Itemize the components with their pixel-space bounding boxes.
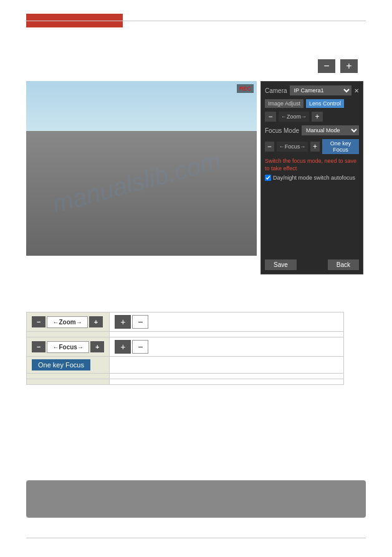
top-buttons: − + [318,59,358,73]
save-button[interactable]: Save [265,259,297,270]
panel-footer: Save Back [265,259,359,270]
camera-dropdown[interactable]: IP Camera1 [290,85,351,95]
zoom-bar-container: − ←Zoom→ + [32,316,103,328]
autofocus-row: Day/night mode switch autofocus [265,175,359,181]
table-cell-desc: + − [110,312,344,332]
zoom-row: − ←Zoom→ + [265,112,359,122]
note-box [26,480,366,518]
table-cell-label: − ←Zoom→ + [27,312,110,332]
focus-desc-minus[interactable]: − [132,340,148,354]
control-panel: Camera IP Camera1 ✕ Image Adjust Lens Co… [261,81,363,274]
table-cell-label [27,332,110,337]
zoom-minus-button[interactable]: − [265,112,276,122]
table-row [27,374,344,379]
zoom-bar-plus[interactable]: + [89,316,103,327]
info-table: − ←Zoom→ + + − [26,312,344,385]
camera-row: Camera IP Camera1 ✕ [265,85,359,95]
panel-close-icon: ✕ [354,87,359,94]
focus-bar-minus[interactable]: − [32,341,45,352]
zoom-desc-plus[interactable]: + [115,315,131,329]
table-cell-desc [110,357,344,374]
zoom-bar-minus[interactable]: − [32,316,45,327]
table-row: − ←Zoom→ + + − [27,312,344,332]
focus-bar-plus[interactable]: + [90,341,104,352]
table-row: One key Focus [27,357,344,374]
top-plus-button[interactable]: + [340,59,358,73]
tab-lens-control[interactable]: Lens Control [306,99,344,108]
autofocus-checkbox[interactable] [265,175,271,181]
focus-desc-buttons: + − [115,340,148,354]
info-table-section: − ←Zoom→ + + − [26,312,344,385]
focus-minus-button[interactable]: − [265,142,274,152]
zoom-bar-label: ←Zoom→ [47,316,87,328]
autofocus-label: Day/night mode switch autofocus [273,175,355,181]
one-key-focus-button[interactable]: One key Focus [322,139,359,154]
focus-label: ←Focus→ [277,142,308,152]
header-line [26,21,366,21]
table-cell-label: − ←Focus→ + [27,337,110,357]
recording-badge: REC [237,84,254,93]
camera-road [26,131,257,256]
table-row: − ←Focus→ + + − [27,337,344,357]
zoom-label: ←Zoom→ [279,112,309,122]
back-button[interactable]: Back [328,259,359,270]
focus-row: − ←Focus→ + One key Focus [265,139,359,154]
tabs-row: Image Adjust Lens Control [265,99,359,108]
table-cell-desc [110,332,344,337]
table-cell-label: One key Focus [27,357,110,374]
table-row [27,332,344,337]
focus-mode-dropdown[interactable]: Manual Mode [302,125,359,135]
focus-bar-label: ←Focus→ [47,341,88,353]
table-cell-desc [110,379,344,385]
zoom-desc-buttons: + − [115,315,148,329]
camera-label: Camera [265,87,287,94]
zoom-plus-button[interactable]: + [312,112,323,122]
tab-image-adjust[interactable]: Image Adjust [265,99,304,108]
focus-mode-row: Focus Mode Manual Mode [265,125,359,135]
camera-view: REC [26,81,257,256]
warning-text: Switch the focus mode, need to save to t… [265,158,359,172]
table-row [27,379,344,385]
table-cell-desc: + − [110,337,344,357]
table-cell-label [27,374,110,379]
bottom-line [26,538,366,538]
zoom-desc-minus[interactable]: − [132,315,148,329]
one-key-focus-table-button[interactable]: One key Focus [32,359,90,371]
focus-desc-plus[interactable]: + [115,340,131,354]
table-cell-label [27,379,110,385]
focus-plus-button[interactable]: + [310,142,320,152]
top-minus-button[interactable]: − [318,59,335,73]
focus-bar-container: − ←Focus→ + [32,341,104,353]
focus-mode-label: Focus Mode [265,127,299,134]
table-cell-desc [110,374,344,379]
